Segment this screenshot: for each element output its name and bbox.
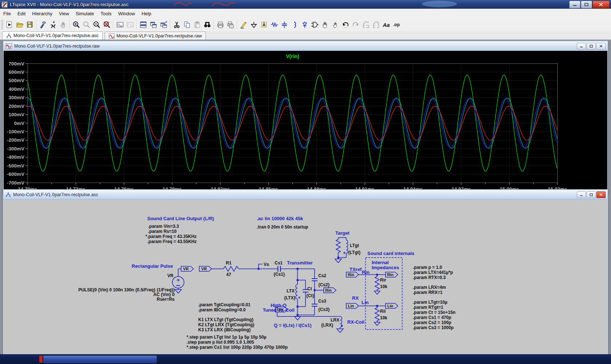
param-ltx[interactable]: .param LTX=441µ*p <box>413 270 453 275</box>
redo-icon[interactable] <box>351 20 361 30</box>
label-cs1[interactable]: Cs1 <box>275 260 283 266</box>
schematic-canvas[interactable]: VR VR Rin Rin Rin Lin Lin Lin Sound Card… <box>4 199 606 352</box>
net-flag-rin-1[interactable]: Rin <box>324 288 336 293</box>
menu-simulate[interactable]: Simulate <box>72 9 97 18</box>
param-p[interactable]: .param p = 1.0 <box>413 265 442 270</box>
param-cs1[interactable]: .param Cs1 = 470p <box>413 315 451 320</box>
resistor-r1[interactable] <box>223 266 239 271</box>
close-button[interactable] <box>592 1 610 8</box>
net-flag-vr-1[interactable]: VR <box>181 266 193 271</box>
wave-close-button[interactable] <box>596 43 606 49</box>
label-vs[interactable]: Vs <box>264 262 269 267</box>
comment-soundcard[interactable]: Sound Card Line Output (L/R) <box>147 216 214 221</box>
net-flag-rin-3[interactable]: Rin <box>386 272 398 277</box>
param-cs3[interactable]: .param Cs3 = 1000p <box>413 325 454 330</box>
tab-schematic-asc[interactable]: Mono-Coil-VLF-V1.0par7res-rectpulse.asc <box>2 31 103 40</box>
place-diode-icon[interactable] <box>300 20 310 30</box>
value-lrx[interactable]: {LRX} <box>321 323 334 328</box>
value-ltx[interactable]: {LTX} <box>284 295 295 300</box>
label-ct[interactable]: Ct <box>307 286 312 291</box>
control-panel-icon[interactable] <box>38 20 48 30</box>
directive-k3[interactable]: K3 LTX LRX {IBCoupling} <box>198 327 251 332</box>
undo-icon[interactable] <box>340 20 351 30</box>
param-ct[interactable]: .param Ct = 15n+15n <box>413 310 455 315</box>
menu-help[interactable]: Help <box>138 9 155 18</box>
label-cs2[interactable]: Cs2 <box>318 273 326 278</box>
comment-rectpulse[interactable]: Rectangular Pulse <box>132 263 173 269</box>
taskbar-window-button[interactable] <box>43 355 157 364</box>
label-vr[interactable]: VR <box>167 273 173 278</box>
directive-freq-commented[interactable]: *.param Freq = 43.35KHz <box>145 234 196 239</box>
resistor-ril[interactable] <box>374 306 380 325</box>
schematic-window-title-bar[interactable]: Mono-Coil-VLF-V1.0par7res-rectpulse.asc <box>4 190 607 199</box>
rotate-icon[interactable] <box>371 20 381 30</box>
label-ril[interactable]: Ril <box>380 309 386 314</box>
directive-vin[interactable]: .param Vin=3.3 <box>148 224 179 229</box>
param-rtgt[interactable]: .param RTgt=1 <box>413 305 443 310</box>
wave-restore-button[interactable] <box>587 43 596 49</box>
drag-hand-icon[interactable] <box>330 20 340 30</box>
directive-step-cs1[interactable]: *.step param Cs1 list 100p 220p 330p 470… <box>187 345 288 350</box>
directive-ac[interactable]: .ac lin 10000 42k 45k <box>257 216 303 221</box>
param-rrx[interactable]: .param RRX=1 <box>413 290 443 295</box>
waveform-plot[interactable]: 700mV600mV500mV400mV300mV200mV100mV0mV-1… <box>4 50 606 193</box>
schem-minimize-button[interactable] <box>577 191 586 198</box>
capacitor-cs2[interactable] <box>312 279 318 281</box>
directive-freq[interactable]: .param Freq = 43.55KHz <box>147 239 197 244</box>
save-icon[interactable] <box>25 20 35 30</box>
source-pulse-spec[interactable]: PULSE(0 {Vin} 0 100n 100n {0.5/Freq} {1/… <box>78 287 175 292</box>
find-icon[interactable] <box>202 20 212 30</box>
value-r1[interactable]: 47 <box>226 272 231 277</box>
minimize-button[interactable] <box>569 1 580 8</box>
place-net-label-icon[interactable]: A <box>259 20 269 30</box>
net-label-lin[interactable]: Lin <box>362 300 369 305</box>
menu-hierarchy[interactable]: Hierarchy <box>29 9 56 18</box>
cascade-windows-icon[interactable] <box>159 20 169 30</box>
tile-vertical-icon[interactable] <box>148 20 159 30</box>
schem-close-button[interactable] <box>596 191 606 198</box>
place-inductor-icon[interactable] <box>289 20 300 30</box>
directive-step-ltgt[interactable]: *.step param LTgt list 1p 1µ 5µ 10µ 50µ <box>187 335 267 340</box>
directive-step-p[interactable]: .step param p list 0.995 1.0 1.005 <box>187 340 254 345</box>
target-ltgt-inductor[interactable] <box>344 240 348 254</box>
value-rir[interactable]: 10k <box>380 284 387 289</box>
comment-target[interactable]: Target <box>335 230 350 236</box>
draw-wire-pencil-icon[interactable] <box>239 20 249 30</box>
menu-tools[interactable]: Tools <box>97 9 115 18</box>
place-text-icon[interactable]: Aa <box>381 20 391 30</box>
comment-rx-coil[interactable]: RX-Coil <box>347 319 364 325</box>
schem-restore-button[interactable] <box>587 191 596 198</box>
directive-ibcoupling[interactable]: .param IBCoupling=0.0 <box>198 307 246 312</box>
zoom-in-icon[interactable] <box>71 20 81 30</box>
paste-icon[interactable] <box>192 20 202 30</box>
comment-soundcard-internals[interactable]: Sound card internals <box>367 251 414 256</box>
trace-legend-title[interactable]: V(rin) <box>286 53 299 59</box>
comment-highq-2[interactable]: Tuned TX-Coil <box>263 307 294 313</box>
value-ltgt[interactable]: {LTgt} <box>348 250 361 255</box>
capacitor-cs1[interactable] <box>278 266 280 272</box>
value-cs1[interactable]: {Cs1} <box>273 272 285 277</box>
directive-k2[interactable]: K2 LTgt LRX {TgtCoupling} <box>198 322 255 327</box>
print-icon[interactable] <box>215 20 225 30</box>
print-preview-icon[interactable] <box>225 20 236 30</box>
place-capacitor-icon[interactable] <box>279 20 289 30</box>
directive-rs[interactable]: .param Rs=10 <box>148 229 177 234</box>
new-schematic-run-icon[interactable] <box>4 20 15 30</box>
spice-directive-icon[interactable]: .op <box>391 20 402 30</box>
wave-minimize-button[interactable] <box>577 43 586 49</box>
tile-horizontal-icon[interactable] <box>138 20 148 30</box>
value-ct[interactable]: {Ct} <box>306 293 314 298</box>
directive-tgtcoupling[interactable]: .param TgtCoupling=0.01 <box>198 302 251 307</box>
value-cs3[interactable]: {Cs3} <box>318 307 330 312</box>
source-rser-spec[interactable]: Rser=Rs <box>157 297 175 302</box>
comment-txref[interactable]: TXref <box>350 267 362 272</box>
mirror-icon[interactable] <box>361 20 371 30</box>
zoom-out-icon[interactable] <box>92 20 102 30</box>
plot-settings-icon[interactable] <box>115 20 125 30</box>
menu-window[interactable]: Window <box>115 9 138 18</box>
directive-tran[interactable]: .tran 0 20m 0 50n startup <box>257 225 308 230</box>
run-simulation-icon[interactable] <box>48 20 58 30</box>
error-log-icon[interactable] <box>125 20 135 30</box>
param-cs2[interactable]: .param Cs2 = 100p <box>413 320 451 325</box>
cut-icon[interactable] <box>172 20 182 30</box>
